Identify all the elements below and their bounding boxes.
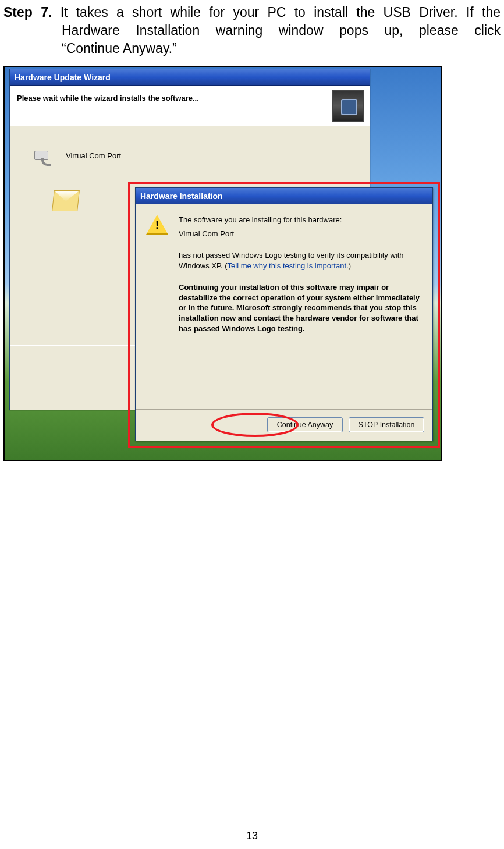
highlight-box: Hardware Installation The software you a… [128, 182, 440, 448]
step-line3: “Continue Anyway.” [3, 40, 501, 58]
port-icon [33, 144, 56, 167]
wizard-header-text: Please wait while the wizard installs th… [17, 94, 363, 102]
hw-p1: The software you are installing for this… [179, 215, 422, 225]
wizard-header: Please wait while the wizard installs th… [10, 86, 370, 126]
wizard-item-label: Virtual Com Port [66, 151, 121, 160]
stop-installation-button[interactable]: STOP Installation [349, 417, 424, 432]
wizard-titlebar: Hardware Update Wizard [10, 69, 370, 86]
envelope-icon [52, 190, 80, 211]
wizard-header-icon [332, 90, 364, 122]
hw-text: The software you are installing for this… [179, 215, 422, 337]
highlight-ellipse [211, 413, 299, 437]
hw-body: The software you are installing for this… [136, 204, 432, 403]
step-line2: Hardware Installation warning window pop… [3, 22, 501, 40]
hw-titlebar: Hardware Installation [136, 188, 432, 204]
step-instruction: Step 7. It takes a short while for your … [3, 3, 501, 58]
hw-p2: Virtual Com Port [179, 229, 422, 239]
wizard-item-row: Virtual Com Port [33, 144, 363, 167]
hw-bold-warning: Continuing your installation of this sof… [179, 282, 422, 333]
hw-install-dialog: Hardware Installation The software you a… [135, 187, 433, 441]
page-number: 13 [0, 830, 504, 842]
screenshot-frame: Hardware Update Wizard Please wait while… [3, 66, 442, 461]
hw-p3: has not passed Windows Logo testing to v… [179, 250, 422, 271]
hw-button-row: Continue Anyway STOP Installation [136, 410, 432, 441]
step-label: Step 7. [3, 5, 52, 20]
warning-icon [146, 215, 168, 235]
step-line1: It takes a short while for your PC to in… [52, 5, 501, 20]
logo-testing-link[interactable]: Tell me why this testing is important. [228, 261, 349, 270]
